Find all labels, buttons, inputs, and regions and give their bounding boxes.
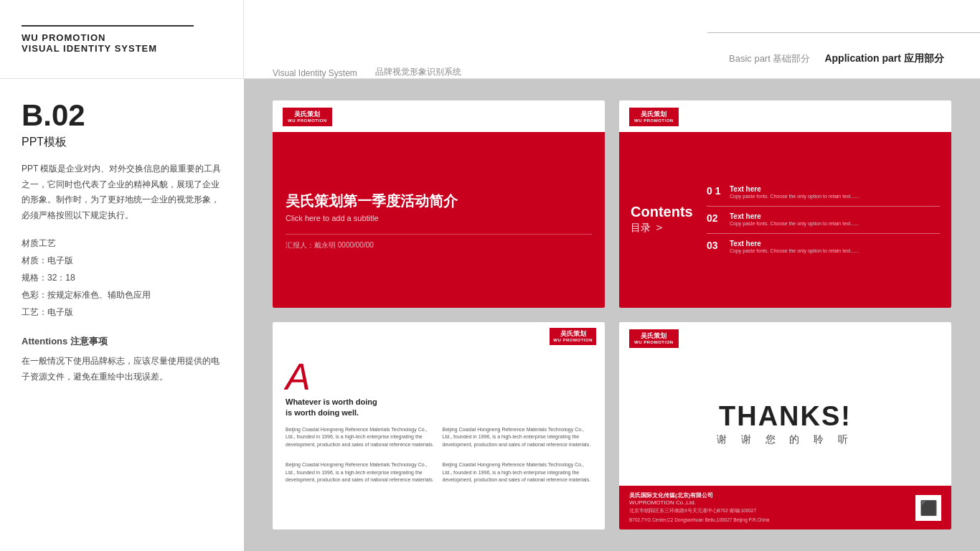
slide4-body: THANKS! 谢 谢 您 的 聆 听 [619,354,951,486]
vis-label-cn: 品牌视觉形象识别系统 [375,66,461,78]
slide2-logo-cn: 吴氏策划 [641,110,666,118]
slide2-logo-en: WU PROMOTION [634,118,674,123]
material-item-2: 规格：32：18 [22,269,222,286]
footer-company-cn: 吴氏国际文化传媒(北京)有限公司 [629,491,908,499]
thanks-cn: 谢 谢 您 的 聆 听 [717,433,854,446]
footer-address2: B702,TYG Center,C2 Dongsanhuan Beilu,100… [629,517,908,524]
thanks-en: THANKS! [719,401,852,432]
contents-right: 0 1 Text here Copy paste fonts. Choose t… [707,142,940,298]
slide3-logo-en: WU PROMOTION [553,338,593,343]
slide3-col1: Beijing Coastal Hongneng Reference Mater… [286,426,435,519]
slide3-logo-cn: 吴氏策划 [560,330,586,338]
slide4-footer: 吴氏国际文化传媒(北京)有限公司 WUPROMOTION Co.,Ltd. 北京… [619,486,951,529]
slide3-quote: Whatever is worth doing is worth doing w… [286,397,592,419]
section-title: PPT模板 [22,135,222,150]
basic-part-label: Basic part 基础部分 [729,52,810,65]
slide3-big-letter: A [286,358,592,395]
slide-4: 吴氏策划 WU PROMOTION THANKS! 谢 谢 您 的 聆 听 吴氏… [619,322,951,529]
slide1-body: 吴氏策划第一季度活动简介 Click here to add a subtitl… [273,132,605,308]
content-item-2: 02 Text here Copy paste fonts. Choose th… [707,212,940,227]
page-header: WU PROMOTION VISUAL IDENTITY SYSTEM Visu… [0,0,980,79]
slide1-footer: 汇报人：戴永明 0000/00/00 [286,234,592,250]
footer-text-block: 吴氏国际文化传媒(北京)有限公司 WUPROMOTION Co.,Ltd. 北京… [629,491,908,524]
slide-3: 吴氏策划 WU PROMOTION A Whatever is worth do… [273,322,605,529]
content-area: 吴氏策划 WU PROMOTION 吴氏策划第一季度活动简介 Click her… [244,79,980,551]
slide1-header: 吴氏策划 WU PROMOTION [273,100,605,132]
material-list: 材质工艺 材质：电子版 规格：32：18 色彩：按规定标准色、辅助色应用 工艺：… [22,235,222,321]
material-item-3: 色彩：按规定标准色、辅助色应用 [22,286,222,303]
contents-en: Contents [631,204,695,220]
slide4-logo-cn: 吴氏策划 [641,332,666,340]
slide4-logo-en: WU PROMOTION [634,340,674,345]
attention-title: Attentions 注意事项 [22,335,222,348]
footer-address1: 北京市朝阳区东三环南路9号天元港中心B702 邮编:100027 [629,507,908,514]
company-subtitle: VISUAL IDENTITY SYSTEM [22,43,222,54]
main-area: B.02 PPT模板 PPT 模版是企业对内、对外交换信息的最重要的工具之一，它… [0,79,980,551]
material-item-4: 工艺：电子版 [22,303,222,321]
contents-left: Contents 目录 ＞ [631,142,695,298]
content-item-1: 0 1 Text here Copy paste fonts. Choose t… [707,185,940,200]
slide3-columns: Beijing Coastal Hongneng Reference Mater… [286,426,592,519]
slide4-logo: 吴氏策划 WU PROMOTION [629,329,679,348]
header-left: WU PROMOTION VISUAL IDENTITY SYSTEM [0,0,244,78]
qr-code: ⬛ [915,495,941,521]
slide2-header: 吴氏策划 WU PROMOTION [619,100,951,132]
material-item-1: 材质：电子版 [22,252,222,269]
attention-desc: 在一般情况下使用品牌标志，应该尽量使用提供的电子资源文件，避免在重绘中出现误差。 [22,354,222,385]
header-line [22,25,194,27]
section-code: B.02 [22,100,222,131]
section-desc: PPT 模版是企业对内、对外交换信息的最重要的工具之一，它同时也代表了企业的精神… [22,161,222,223]
vis-label-en: Visual Identity System [273,68,357,78]
material-title: 材质工艺 [22,235,222,252]
slide1-main-title: 吴氏策划第一季度活动简介 [286,192,592,211]
contents-cn: 目录 ＞ [631,220,695,235]
header-center: Visual Identity System 品牌视觉形象识别系统 [244,0,707,78]
slide1-logo-en: WU PROMOTION [288,118,327,123]
slide3-body: A Whatever is worth doing is worth doing… [273,351,605,529]
footer-company-en: WUPROMOTION Co.,Ltd. [629,499,908,506]
slide-1: 吴氏策划 WU PROMOTION 吴氏策划第一季度活动简介 Click her… [273,100,605,308]
slide4-header: 吴氏策划 WU PROMOTION [619,322,951,354]
slide2-logo: 吴氏策划 WU PROMOTION [629,108,679,126]
sidebar: B.02 PPT模板 PPT 模版是企业对内、对外交换信息的最重要的工具之一，它… [0,79,244,551]
slide3-col2: Beijing Coastal Hongneng Reference Mater… [443,426,593,519]
slide-2: 吴氏策划 WU PROMOTION Contents 目录 ＞ 0 1 [619,100,951,308]
slide3-header: 吴氏策划 WU PROMOTION [273,322,605,351]
slide1-logo: 吴氏策划 WU PROMOTION [283,108,332,126]
slide2-body: Contents 目录 ＞ 0 1 Text here Copy paste f… [619,132,951,308]
content-item-3: 03 Text here Copy paste fonts. Choose th… [707,240,940,255]
slide1-logo-cn: 吴氏策划 [294,110,320,118]
slide1-subtitle: Click here to add a subtitle [286,214,592,222]
app-part-label: Application part 应用部分 [824,52,943,65]
company-name: WU PROMOTION [22,32,222,43]
slide3-logo: 吴氏策划 WU PROMOTION [550,328,596,345]
header-right: Basic part 基础部分 Application part 应用部分 [707,0,980,78]
